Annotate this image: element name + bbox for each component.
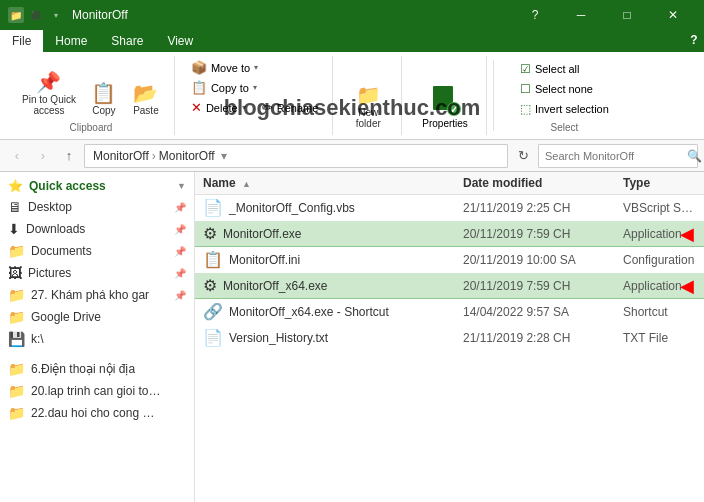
new-buttons: 📁 New folder: [343, 58, 393, 133]
minimize-button[interactable]: ─: [558, 0, 604, 30]
new-folder-button[interactable]: 📁 New folder: [343, 81, 393, 133]
file-list: 📄 _MonitorOff_Config.vbs 21/11/2019 2:25…: [195, 195, 704, 502]
properties-button[interactable]: ✓ Properties: [412, 80, 478, 133]
file-date-2: 20/11/2019 10:00 SA: [463, 253, 623, 267]
copy-icon: 📋: [91, 83, 116, 103]
tab-view[interactable]: View: [155, 30, 205, 52]
ribbon-help-button[interactable]: ?: [684, 30, 704, 50]
up-button[interactable]: ↑: [58, 145, 80, 167]
copy-to-icon: 📋: [191, 80, 207, 95]
file-icon-4: 🔗: [203, 302, 223, 321]
tab-share[interactable]: Share: [99, 30, 155, 52]
sidebar-item-dauhoi[interactable]: 📁 22.dau hoi cho cong ngh: [0, 402, 194, 424]
ribbon: File Home Share View ? 📌 Pin to Quick ac…: [0, 30, 704, 140]
copy-to-button[interactable]: 📋 Copy to ▾: [185, 78, 263, 97]
sidebar-item-desktop[interactable]: 🖥 Desktop 📌: [0, 196, 194, 218]
path-dropdown-icon: ▾: [221, 149, 227, 163]
window-title: MonitorOff: [72, 8, 512, 22]
file-name-2: 📋 MonitorOff.ini: [203, 250, 463, 269]
file-name-5: 📄 Version_History.txt: [203, 328, 463, 347]
sidebar-quick-access-header[interactable]: ⭐ Quick access ▼: [0, 176, 194, 196]
sidebar-item-googledrive[interactable]: 📁 Google Drive: [0, 306, 194, 328]
move-dropdown-icon: ▾: [254, 63, 258, 72]
pin-icon: 📌: [36, 72, 61, 92]
desktop-pin-icon: 📌: [174, 202, 186, 213]
file-type-2: Configuration: [623, 253, 696, 267]
paste-button[interactable]: 📂 Paste: [126, 79, 166, 120]
select-all-icon: ☑: [520, 62, 531, 76]
sidebar-item-k-drive[interactable]: 💾 k:\: [0, 328, 194, 350]
file-date-4: 14/04/2022 9:57 SA: [463, 305, 623, 319]
file-row-4[interactable]: 🔗 MonitorOff_x64.exe - Shortcut 14/04/20…: [195, 299, 704, 325]
ribbon-group-open: ✓ Properties: [404, 56, 487, 135]
copy-button[interactable]: 📋 Copy: [84, 79, 124, 120]
help-button[interactable]: ?: [512, 0, 558, 30]
tab-file[interactable]: File: [0, 30, 43, 52]
sidebar-item-pictures-label: Pictures: [28, 266, 71, 280]
sidebar-item-desktop-label: Desktop: [28, 200, 72, 214]
maximize-button[interactable]: □: [604, 0, 650, 30]
kdrive-icon: 💾: [8, 331, 25, 347]
paste-icon: 📂: [133, 83, 158, 103]
clipboard-buttons: 📌 Pin to Quick access 📋 Copy 📂 Paste: [16, 58, 166, 120]
file-row-0[interactable]: 📄 _MonitorOff_Config.vbs 21/11/2019 2:25…: [195, 195, 704, 221]
col-type-header[interactable]: Type: [623, 176, 696, 190]
title-bar-icons: 📁 ⬛ ▾: [8, 7, 64, 23]
select-none-button[interactable]: ☐ Select none: [516, 80, 613, 98]
path-sep-1: ›: [152, 149, 156, 163]
file-row-5[interactable]: 📄 Version_History.txt 21/11/2019 2:28 CH…: [195, 325, 704, 351]
file-row-2[interactable]: 📋 MonitorOff.ini 20/11/2019 10:00 SA Con…: [195, 247, 704, 273]
sidebar-item-pictures[interactable]: 🖼 Pictures 📌: [0, 262, 194, 284]
ribbon-group-organize: 📦 Move to ▾ 📋 Copy to ▾ ✕ Delete ▾: [177, 56, 333, 135]
sidebar-item-downloads[interactable]: ⬇ Downloads 📌: [0, 218, 194, 240]
file-icon-2: 📋: [203, 250, 223, 269]
ribbon-tabs: File Home Share View ?: [0, 30, 704, 52]
search-icon: 🔍: [687, 149, 702, 163]
properties-check-icon: ✓: [447, 102, 461, 116]
col-name-header[interactable]: Name ▲: [203, 176, 463, 190]
file-row-3[interactable]: ⚙ MonitorOff_x64.exe 20/11/2019 7:59 CH …: [195, 273, 704, 299]
delete-button[interactable]: ✕ Delete ▾: [185, 98, 252, 117]
file-name-0: 📄 _MonitorOff_Config.vbs: [203, 198, 463, 217]
invert-icon: ⬚: [520, 102, 531, 116]
downloads-pin-icon: 📌: [174, 224, 186, 235]
rename-icon: ✏: [262, 100, 273, 115]
select-all-button[interactable]: ☑ Select all: [516, 60, 613, 78]
quick-access-star-icon: ⭐: [8, 179, 23, 193]
forward-button[interactable]: ›: [32, 145, 54, 167]
sidebar-item-kdrive-label: k:\: [31, 332, 44, 346]
ribbon-group-clipboard: 📌 Pin to Quick access 📋 Copy 📂 Paste Cli…: [8, 56, 175, 135]
ribbon-content: 📌 Pin to Quick access 📋 Copy 📂 Paste Cli…: [0, 52, 704, 139]
address-path[interactable]: MonitorOff › MonitorOff ▾: [84, 144, 508, 168]
back-button[interactable]: ‹: [6, 145, 28, 167]
search-box[interactable]: 🔍: [538, 144, 698, 168]
close-button[interactable]: ✕: [650, 0, 696, 30]
search-input[interactable]: [545, 150, 683, 162]
rename-button[interactable]: ✏ Rename: [256, 98, 325, 117]
sidebar-item-documents[interactable]: 📁 Documents 📌: [0, 240, 194, 262]
quick-access-expand-icon: ▼: [177, 181, 186, 191]
move-to-button[interactable]: 📦 Move to ▾: [185, 58, 264, 77]
documents-icon: 📁: [8, 243, 25, 259]
tab-home[interactable]: Home: [43, 30, 99, 52]
copy-to-dropdown-icon: ▾: [253, 83, 257, 92]
file-date-1: 20/11/2019 7:59 CH: [463, 227, 623, 241]
file-type-3: Application: [623, 279, 696, 293]
quick-access-label: Quick access: [29, 179, 106, 193]
ribbon-sep: [493, 60, 494, 131]
file-type-5: TXT File: [623, 331, 696, 345]
main-layout: ⭐ Quick access ▼ 🖥 Desktop 📌 ⬇ Downloads…: [0, 172, 704, 502]
refresh-button[interactable]: ↻: [512, 145, 534, 167]
sidebar-item-khamphakg[interactable]: 📁 27. Khám phá kho gar 📌: [0, 284, 194, 306]
sidebar-item-dienthoai[interactable]: 📁 6.Điện thoại nội địa: [0, 358, 194, 380]
sidebar-item-documents-label: Documents: [31, 244, 92, 258]
col-date-header[interactable]: Date modified: [463, 176, 623, 190]
sidebar-item-laptrinh[interactable]: 📁 20.lap trinh can gioi toan: [0, 380, 194, 402]
file-type-4: Shortcut: [623, 305, 696, 319]
invert-selection-button[interactable]: ⬚ Invert selection: [516, 100, 613, 118]
sidebar-item-dauhoi-label: 22.dau hoi cho cong ngh: [31, 406, 161, 420]
file-row-1[interactable]: ⚙ MonitorOff.exe 20/11/2019 7:59 CH Appl…: [195, 221, 704, 247]
pin-quick-access-button[interactable]: 📌 Pin to Quick access: [16, 68, 82, 120]
delete-rename-row: ✕ Delete ▾ ✏ Rename: [185, 98, 324, 117]
file-name-4: 🔗 MonitorOff_x64.exe - Shortcut: [203, 302, 463, 321]
